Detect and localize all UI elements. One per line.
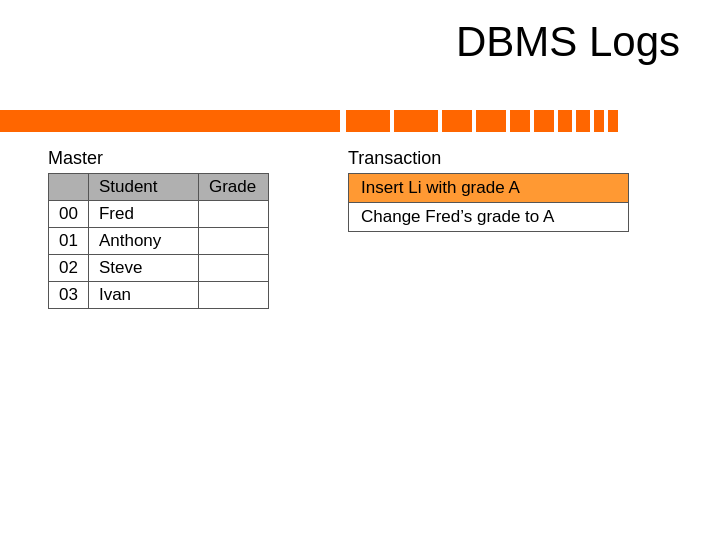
master-cell-student: Anthony bbox=[88, 228, 198, 255]
master-cell-grade bbox=[198, 255, 268, 282]
master-cell-id: 01 bbox=[49, 228, 89, 255]
master-table: Student Grade 00Fred01Anthony02Steve03Iv… bbox=[48, 173, 269, 309]
master-row: 00Fred bbox=[49, 201, 269, 228]
master-cell-student: Fred bbox=[88, 201, 198, 228]
master-cell-grade bbox=[198, 282, 268, 309]
transaction-section: Transaction Insert Li with grade AChange… bbox=[348, 148, 629, 232]
master-col-grade: Grade bbox=[198, 174, 268, 201]
decorative-bar bbox=[0, 110, 720, 132]
master-col-student: Student bbox=[88, 174, 198, 201]
transaction-row: Change Fred’s grade to A bbox=[349, 203, 629, 232]
master-row: 03Ivan bbox=[49, 282, 269, 309]
transaction-cell: Change Fred’s grade to A bbox=[349, 203, 629, 232]
transaction-cell: Insert Li with grade A bbox=[349, 174, 629, 203]
master-cell-grade bbox=[198, 201, 268, 228]
master-cell-grade bbox=[198, 228, 268, 255]
transaction-table: Insert Li with grade AChange Fred’s grad… bbox=[348, 173, 629, 232]
transaction-label: Transaction bbox=[348, 148, 629, 169]
master-cell-student: Ivan bbox=[88, 282, 198, 309]
page-title: DBMS Logs bbox=[456, 18, 680, 66]
transaction-row: Insert Li with grade A bbox=[349, 174, 629, 203]
master-cell-id: 02 bbox=[49, 255, 89, 282]
master-col-id bbox=[49, 174, 89, 201]
master-section: Master Student Grade 00Fred01Anthony02St… bbox=[48, 148, 269, 309]
master-row: 02Steve bbox=[49, 255, 269, 282]
master-row: 01Anthony bbox=[49, 228, 269, 255]
master-label: Master bbox=[48, 148, 269, 169]
master-cell-student: Steve bbox=[88, 255, 198, 282]
master-cell-id: 00 bbox=[49, 201, 89, 228]
master-cell-id: 03 bbox=[49, 282, 89, 309]
